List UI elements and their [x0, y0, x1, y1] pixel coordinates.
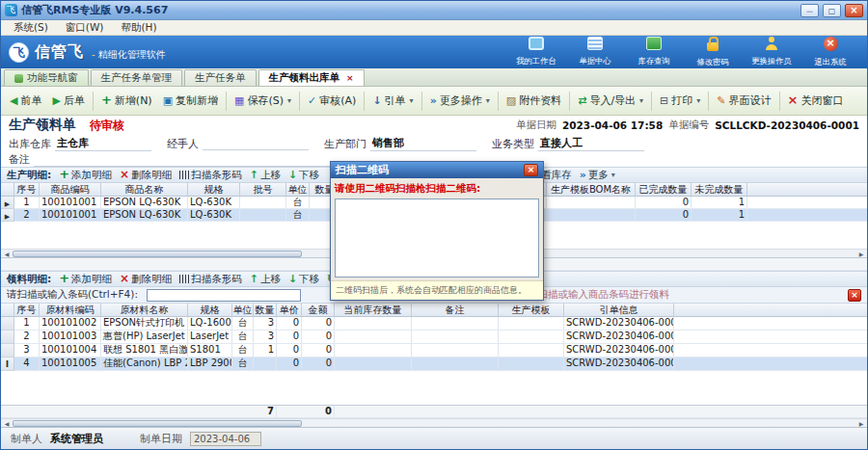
production-add-row-button[interactable]: 添加明细 [59, 169, 112, 182]
close-window-button[interactable]: 关闭窗口 [783, 91, 849, 111]
menu-window[interactable]: 窗口(W) [57, 20, 113, 35]
column-header[interactable]: 未完成数量 [692, 183, 747, 197]
cell-material-code[interactable]: 100101005 [40, 357, 101, 371]
cell-template[interactable] [499, 357, 564, 371]
cell-product-name[interactable]: EPSON LQ-630K [101, 197, 188, 209]
cell-material-name[interactable]: EPSON针式打印机 [101, 317, 188, 331]
ui-design-button[interactable]: 界面设计 [712, 91, 775, 111]
cell-seq[interactable]: 3 [14, 344, 40, 357]
materials-table-hscrollbar[interactable] [1, 418, 867, 427]
cell-unit[interactable]: 台 [232, 344, 254, 357]
column-header[interactable]: 生产模板 [499, 304, 564, 317]
scrollbar-thumb[interactable] [13, 420, 302, 427]
cell-seq[interactable]: 2 [14, 331, 40, 344]
cell-unit[interactable]: 台 [232, 357, 254, 371]
column-header[interactable]: 单位 [286, 183, 310, 197]
cell-remark[interactable] [412, 331, 499, 344]
close-button[interactable] [845, 4, 863, 17]
new-button[interactable]: 新增(N) [96, 91, 157, 111]
cell-seq[interactable]: 2 [14, 209, 40, 222]
cell-material-code[interactable]: 100101004 [40, 344, 101, 357]
cell-source-doc[interactable]: SCRWD-20230406-0001 [564, 344, 674, 357]
column-header[interactable]: 生产模板BOM名称 [547, 183, 636, 197]
cell-spec[interactable]: LQ-630K [188, 197, 240, 209]
cell-stock-qty[interactable] [335, 331, 412, 344]
production-more-button[interactable]: 更多 [580, 169, 615, 182]
cell-completed-qty[interactable]: 0 [636, 197, 692, 209]
prev-doc-button[interactable]: 前单 [5, 91, 46, 111]
cell-product-code[interactable]: 100101001 [40, 197, 101, 209]
column-header[interactable]: 批号 [240, 183, 286, 197]
column-header[interactable]: 原材料编码 [40, 304, 101, 317]
scroll-left-icon[interactable] [1, 251, 13, 257]
cell-batch[interactable] [240, 197, 286, 209]
cell-stock-qty[interactable] [335, 317, 412, 331]
column-header[interactable]: 规格 [188, 183, 240, 197]
cell-spec[interactable]: LBP 2900 [188, 357, 232, 371]
column-header[interactable]: 序号 [14, 183, 40, 197]
clear-scan-button[interactable] [848, 289, 861, 302]
column-header[interactable]: 已完成数量 [636, 183, 692, 197]
column-header[interactable]: 数量 [254, 304, 277, 317]
column-header[interactable]: 原材料名称 [101, 304, 188, 317]
cell-source-doc[interactable]: SCRWD-20230406-0001 [564, 331, 674, 344]
cell-qty[interactable]: 1 [254, 344, 277, 357]
scroll-left-icon[interactable] [1, 420, 13, 427]
column-header[interactable]: 商品编码 [40, 183, 101, 197]
cell-stock-qty[interactable] [335, 344, 412, 357]
copy-new-button[interactable]: 复制新增 [158, 91, 223, 111]
cell-template[interactable] [499, 317, 564, 331]
cell-remark[interactable] [412, 317, 499, 331]
materials-add-row-button[interactable]: 添加明细 [59, 273, 112, 286]
cell-unit[interactable]: 台 [286, 209, 310, 222]
cell-amount[interactable]: 0 [302, 331, 335, 344]
handler-field[interactable] [203, 137, 309, 150]
production-move-up-button[interactable]: 上移 [250, 169, 281, 182]
more-actions-button[interactable]: 更多操作 [425, 91, 495, 111]
minimize-button[interactable] [800, 4, 819, 17]
cell-unit[interactable]: 台 [286, 197, 310, 209]
maximize-button[interactable] [823, 4, 841, 17]
qr-scan-textarea[interactable] [335, 199, 539, 278]
cell-material-name[interactable]: 惠普(HP) LaserJet 1020 [101, 331, 188, 344]
production-scan-barcode-button[interactable]: 扫描条形码 [179, 169, 242, 182]
cell-stock-qty[interactable] [335, 357, 412, 371]
cell-product-code[interactable]: 100101001 [40, 209, 101, 222]
materials-scan-barcode-button[interactable]: 扫描条形码 [179, 273, 242, 286]
column-header[interactable]: 规格 [188, 304, 232, 317]
cell-qty[interactable]: 3 [254, 331, 277, 344]
cell-seq[interactable]: 1 [14, 197, 40, 209]
cell-price[interactable]: 0 [277, 331, 302, 344]
cell-unit[interactable]: 台 [232, 317, 254, 331]
tab-close-icon[interactable] [346, 73, 354, 83]
tab-nav-panel[interactable]: 功能导航窗 [4, 69, 89, 86]
print-button[interactable]: 打印 [655, 91, 705, 111]
column-header[interactable]: 引单信息 [564, 304, 674, 317]
cell-uncompleted-qty[interactable]: 1 [692, 197, 747, 209]
pull-order-button[interactable]: 引单 [367, 91, 418, 111]
cell-template[interactable] [499, 331, 564, 344]
cell-material-code[interactable]: 100101003 [40, 331, 101, 344]
save-button[interactable]: 保存(S) [230, 91, 296, 111]
column-header[interactable]: 单价 [277, 304, 302, 317]
table-row[interactable]: 2 100101003 惠普(HP) LaserJet 1020 LaserJe… [1, 331, 867, 344]
quick-action-operator[interactable]: 更换操作员 [746, 37, 797, 68]
barcode-input[interactable] [147, 289, 301, 302]
cell-spec[interactable]: LQ-1600K [188, 317, 232, 331]
quick-action-inventory[interactable]: 库存查询 [629, 37, 679, 68]
scroll-right-icon[interactable] [855, 251, 867, 257]
column-header[interactable]: 当前库存数量 [335, 304, 412, 317]
titlebar[interactable]: 信管飞RMS专业版 V9.4.567 [1, 1, 867, 20]
department-field[interactable]: 销售部 [370, 136, 476, 151]
materials-delete-row-button[interactable]: 删除明细 [120, 273, 172, 286]
cell-template[interactable] [499, 344, 564, 357]
cell-amount[interactable]: 0 [302, 344, 335, 357]
cell-price[interactable]: 0 [277, 344, 302, 357]
cell-remark[interactable] [412, 344, 499, 357]
materials-move-down-button[interactable]: 下移 [288, 273, 319, 286]
dialog-titlebar[interactable]: 扫描二维码 [331, 162, 543, 178]
column-header[interactable]: 商品名称 [101, 183, 188, 197]
quick-action-workbench[interactable]: 我的工作台 [511, 37, 561, 68]
attachments-button[interactable]: 附件资料 [502, 91, 566, 111]
cell-bom-name[interactable] [547, 197, 636, 209]
